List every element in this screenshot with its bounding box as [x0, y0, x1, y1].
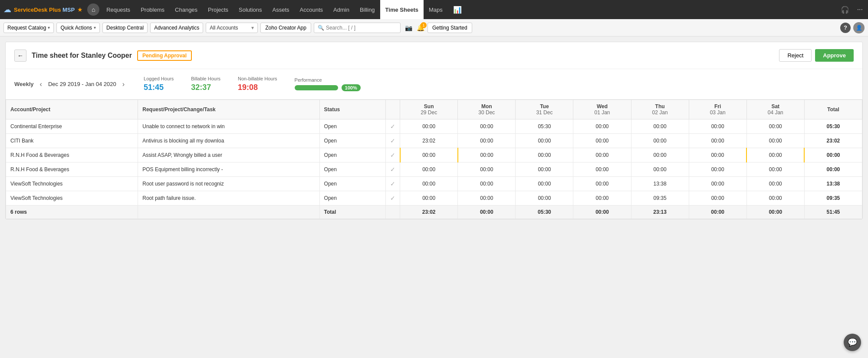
home-button[interactable]: ⌂: [87, 3, 99, 16]
cell-sun[interactable]: 00:00: [400, 162, 458, 177]
cell-thu[interactable]: 00:00: [631, 162, 689, 177]
reject-button[interactable]: Reject: [779, 49, 812, 62]
desktop-central-button[interactable]: Desktop Central: [102, 23, 148, 33]
zoho-creator-button[interactable]: Zoho Creator App: [260, 23, 311, 33]
cell-sat[interactable]: 00:00: [746, 119, 804, 134]
cell-check[interactable]: ✓: [385, 134, 400, 148]
col-status: Status: [319, 100, 385, 119]
getting-started-button[interactable]: Getting Started: [427, 23, 472, 33]
cell-thu[interactable]: 00:00: [631, 148, 689, 162]
desktop-central-label: Desktop Central: [106, 25, 144, 31]
cell-sat[interactable]: 00:00: [746, 148, 804, 162]
cell-mon[interactable]: 00:00: [458, 191, 516, 206]
advanced-analytics-button[interactable]: Advanced Analytics: [150, 23, 203, 33]
notification-button[interactable]: 🔔 1: [417, 24, 425, 32]
back-button[interactable]: ←: [14, 50, 26, 62]
nav-charts[interactable]: 📊: [448, 0, 467, 19]
request-catalog-label: Request Catalog: [7, 25, 46, 31]
cell-fri[interactable]: 00:00: [689, 177, 746, 191]
headset-icon[interactable]: 🎧: [839, 4, 851, 16]
nav-assets[interactable]: Assets: [267, 0, 295, 19]
cell-tue[interactable]: 00:00: [516, 191, 573, 206]
nav-links: Requests Problems Changes Projects Solut…: [101, 0, 838, 19]
all-accounts-arrow: ▾: [251, 25, 254, 31]
cell-tue[interactable]: 05:30: [516, 119, 573, 134]
request-catalog-button[interactable]: Request Catalog ▾: [3, 23, 54, 33]
cell-sat[interactable]: 00:00: [746, 191, 804, 206]
next-week-button[interactable]: ›: [121, 80, 126, 88]
cell-thu[interactable]: 00:00: [631, 119, 689, 134]
nav-solutions[interactable]: Solutions: [233, 0, 267, 19]
brand-logo[interactable]: ☁ ServiceDesk Plus MSP ★: [3, 5, 83, 14]
cell-fri[interactable]: 00:00: [689, 119, 746, 134]
check-icon: ✓: [390, 166, 395, 173]
cell-sun[interactable]: 00:00: [400, 148, 458, 162]
nav-changes[interactable]: Changes: [170, 0, 203, 19]
nav-requests[interactable]: Requests: [101, 0, 135, 19]
approve-button[interactable]: Approve: [815, 49, 854, 62]
cell-sat[interactable]: 00:00: [746, 134, 804, 148]
cell-mon[interactable]: 00:00: [458, 119, 516, 134]
quick-actions-button[interactable]: Quick Actions ▾: [56, 23, 100, 33]
search-bar[interactable]: 🔍: [314, 23, 401, 33]
cell-check[interactable]: ✓: [385, 148, 400, 162]
cell-sun[interactable]: 00:00: [400, 119, 458, 134]
cell-mon[interactable]: 00:00: [458, 162, 516, 177]
footer-empty: [138, 206, 319, 219]
date-range: Dec 29 2019 - Jan 04 2020: [48, 81, 116, 87]
nav-billing[interactable]: Billing: [355, 0, 380, 19]
cell-fri[interactable]: 00:00: [689, 191, 746, 206]
cell-tue[interactable]: 00:00: [516, 148, 573, 162]
top-nav: ☁ ServiceDesk Plus MSP ★ ⌂ Requests Prob…: [0, 0, 868, 19]
cell-wed[interactable]: 00:00: [573, 148, 631, 162]
cell-tue[interactable]: 00:00: [516, 177, 573, 191]
help-button[interactable]: ?: [840, 23, 851, 33]
cell-wed[interactable]: 00:00: [573, 134, 631, 148]
cell-fri[interactable]: 00:00: [689, 148, 746, 162]
cell-mon[interactable]: 00:00: [458, 148, 516, 162]
cell-account: CITI Bank: [6, 134, 138, 148]
cell-check[interactable]: ✓: [385, 191, 400, 206]
cell-wed[interactable]: 00:00: [573, 162, 631, 177]
nav-timesheets[interactable]: Time Sheets: [380, 0, 424, 19]
cell-status: Open: [319, 191, 385, 206]
notification-count: 1: [421, 22, 427, 28]
cell-sat[interactable]: 00:00: [746, 162, 804, 177]
footer-check: [385, 206, 400, 219]
performance-bar-wrap: 100%: [295, 84, 361, 91]
table-footer-row: 6 rows Total 23:02 00:00 05:30 00:00 23:…: [6, 206, 862, 219]
cell-check[interactable]: ✓: [385, 177, 400, 191]
cell-wed[interactable]: 00:00: [573, 191, 631, 206]
cell-tue[interactable]: 00:00: [516, 162, 573, 177]
cell-wed[interactable]: 00:00: [573, 177, 631, 191]
cell-sun[interactable]: 23:02: [400, 134, 458, 148]
brand-accent: ★: [77, 6, 83, 13]
cell-check[interactable]: ✓: [385, 162, 400, 177]
nav-accounts[interactable]: Accounts: [295, 0, 328, 19]
cell-thu[interactable]: 13:38: [631, 177, 689, 191]
cell-tue[interactable]: 00:00: [516, 134, 573, 148]
cell-sat[interactable]: 00:00: [746, 177, 804, 191]
user-avatar[interactable]: 👤: [853, 22, 865, 33]
more-options-icon[interactable]: ···: [855, 4, 865, 15]
search-input[interactable]: [326, 25, 397, 31]
camera-icon[interactable]: 📷: [403, 24, 414, 31]
nav-problems[interactable]: Problems: [135, 0, 170, 19]
cell-mon[interactable]: 00:00: [458, 134, 516, 148]
cell-sun[interactable]: 00:00: [400, 177, 458, 191]
cell-check[interactable]: ✓: [385, 119, 400, 134]
cell-wed[interactable]: 00:00: [573, 119, 631, 134]
nav-projects[interactable]: Projects: [203, 0, 233, 19]
cell-status: Open: [319, 162, 385, 177]
cell-request: Assist ASAP, Wrongly billed a user: [138, 148, 319, 162]
cell-thu[interactable]: 09:35: [631, 191, 689, 206]
cell-thu[interactable]: 00:00: [631, 134, 689, 148]
nav-admin[interactable]: Admin: [328, 0, 355, 19]
prev-week-button[interactable]: ‹: [38, 80, 44, 88]
cell-mon[interactable]: 00:00: [458, 177, 516, 191]
all-accounts-dropdown[interactable]: All Accounts ▾: [206, 23, 258, 33]
cell-fri[interactable]: 00:00: [689, 162, 746, 177]
cell-fri[interactable]: 00:00: [689, 134, 746, 148]
nav-maps[interactable]: Maps: [424, 0, 448, 19]
cell-sun[interactable]: 00:00: [400, 191, 458, 206]
